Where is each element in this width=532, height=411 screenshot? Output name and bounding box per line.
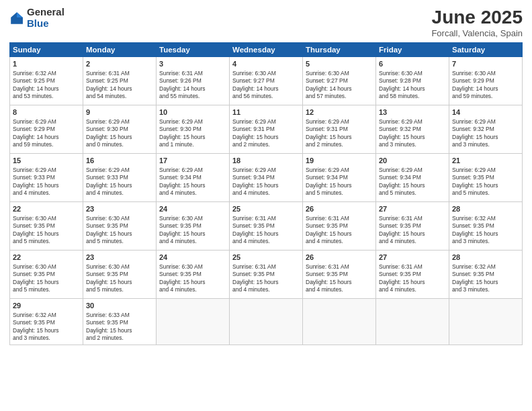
empty-cell (303, 299, 376, 345)
day-14: 14Sunrise: 6:29 AMSunset: 9:32 PMDayligh… (449, 105, 523, 154)
day-29: 29Sunrise: 6:32 AMSunset: 9:35 PMDayligh… (10, 299, 83, 345)
day-18: 18Sunrise: 6:29 AMSunset: 9:34 PMDayligh… (230, 154, 303, 202)
empty-cell (157, 299, 230, 345)
day-8: 8Sunrise: 6:29 AMSunset: 9:29 PMDaylight… (10, 105, 83, 154)
day-22: 22Sunrise: 6:30 AMSunset: 9:35 PMDayligh… (10, 202, 83, 250)
header: General Blue June 2025 Forcall, Valencia… (9, 7, 523, 38)
day-5: 5Sunrise: 6:30 AMSunset: 9:27 PMDaylight… (303, 57, 376, 105)
weekday-header-row: Sunday Monday Tuesday Wednesday Thursday… (10, 43, 523, 57)
calendar-title: June 2025 (431, 7, 523, 28)
day-20: 20Sunrise: 6:29 AMSunset: 9:34 PMDayligh… (376, 154, 449, 202)
logo-icon (9, 11, 24, 26)
day-23: 23Sunrise: 6:30 AMSunset: 9:35 PMDayligh… (83, 250, 157, 299)
day-25: 25Sunrise: 6:31 AMSunset: 9:35 PMDayligh… (230, 250, 303, 299)
day-7: 7Sunrise: 6:30 AMSunset: 9:29 PMDaylight… (449, 57, 523, 105)
day-27: 27Sunrise: 6:31 AMSunset: 9:35 PMDayligh… (376, 250, 449, 299)
day-19: 19Sunrise: 6:29 AMSunset: 9:34 PMDayligh… (303, 154, 376, 202)
day-22: 22Sunrise: 6:30 AMSunset: 9:35 PMDayligh… (10, 250, 83, 299)
day-26: 26Sunrise: 6:31 AMSunset: 9:35 PMDayligh… (303, 202, 376, 250)
day-10: 10Sunrise: 6:29 AMSunset: 9:30 PMDayligh… (157, 105, 230, 154)
day-15: 15Sunrise: 6:29 AMSunset: 9:33 PMDayligh… (10, 154, 83, 202)
day-24: 24Sunrise: 6:30 AMSunset: 9:35 PMDayligh… (157, 250, 230, 299)
day-27: 27Sunrise: 6:31 AMSunset: 9:35 PMDayligh… (376, 202, 449, 250)
day-4: 4Sunrise: 6:30 AMSunset: 9:27 PMDaylight… (230, 57, 303, 105)
header-thursday: Thursday (303, 43, 376, 57)
header-sunday: Sunday (10, 43, 83, 57)
day-16: 16Sunrise: 6:29 AMSunset: 9:33 PMDayligh… (83, 154, 157, 202)
week-row-5: 29Sunrise: 6:32 AMSunset: 9:35 PMDayligh… (10, 299, 523, 345)
empty-cell (449, 299, 523, 345)
week-row-2: 15Sunrise: 6:29 AMSunset: 9:33 PMDayligh… (10, 154, 523, 202)
day-6: 6Sunrise: 6:30 AMSunset: 9:28 PMDaylight… (376, 57, 449, 105)
day-30: 30Sunrise: 6:33 AMSunset: 9:35 PMDayligh… (83, 299, 157, 345)
day-12: 12Sunrise: 6:29 AMSunset: 9:31 PMDayligh… (303, 105, 376, 154)
calendar-table: Sunday Monday Tuesday Wednesday Thursday… (9, 42, 523, 345)
logo-text: General Blue (27, 7, 64, 29)
logo-blue: Blue (27, 18, 64, 30)
day-28: 28Sunrise: 6:32 AMSunset: 9:35 PMDayligh… (449, 250, 523, 299)
header-saturday: Saturday (449, 43, 523, 57)
week-row-4: 22Sunrise: 6:30 AMSunset: 9:35 PMDayligh… (10, 250, 523, 299)
logo: General Blue (9, 7, 64, 29)
day-3: 3Sunrise: 6:31 AMSunset: 9:26 PMDaylight… (157, 57, 230, 105)
day-24: 24Sunrise: 6:30 AMSunset: 9:35 PMDayligh… (157, 202, 230, 250)
day-28: 28Sunrise: 6:32 AMSunset: 9:35 PMDayligh… (449, 202, 523, 250)
day-25: 25Sunrise: 6:31 AMSunset: 9:35 PMDayligh… (230, 202, 303, 250)
svg-marker-1 (17, 12, 23, 17)
day-21: 21Sunrise: 6:29 AMSunset: 9:35 PMDayligh… (449, 154, 523, 202)
header-monday: Monday (83, 43, 157, 57)
day-1: 1Sunrise: 6:32 AMSunset: 9:25 PMDaylight… (10, 57, 83, 105)
day-2: 2Sunrise: 6:31 AMSunset: 9:25 PMDaylight… (83, 57, 157, 105)
day-9: 9Sunrise: 6:29 AMSunset: 9:30 PMDaylight… (83, 105, 157, 154)
day-23: 23Sunrise: 6:30 AMSunset: 9:35 PMDayligh… (83, 202, 157, 250)
header-wednesday: Wednesday (230, 43, 303, 57)
day-13: 13Sunrise: 6:29 AMSunset: 9:32 PMDayligh… (376, 105, 449, 154)
calendar-subtitle: Forcall, Valencia, Spain (431, 28, 523, 38)
empty-cell (230, 299, 303, 345)
empty-cell (376, 299, 449, 345)
week-row-0: 1Sunrise: 6:32 AMSunset: 9:25 PMDaylight… (10, 57, 523, 105)
day-17: 17Sunrise: 6:29 AMSunset: 9:34 PMDayligh… (157, 154, 230, 202)
header-tuesday: Tuesday (157, 43, 230, 57)
day-26: 26Sunrise: 6:31 AMSunset: 9:35 PMDayligh… (303, 250, 376, 299)
title-block: June 2025 Forcall, Valencia, Spain (431, 7, 523, 38)
day-11: 11Sunrise: 6:29 AMSunset: 9:31 PMDayligh… (230, 105, 303, 154)
week-row-1: 8Sunrise: 6:29 AMSunset: 9:29 PMDaylight… (10, 105, 523, 154)
header-friday: Friday (376, 43, 449, 57)
calendar-page: General Blue June 2025 Forcall, Valencia… (0, 0, 532, 411)
week-row-3: 22Sunrise: 6:30 AMSunset: 9:35 PMDayligh… (10, 202, 523, 250)
logo-general: General (27, 7, 64, 18)
